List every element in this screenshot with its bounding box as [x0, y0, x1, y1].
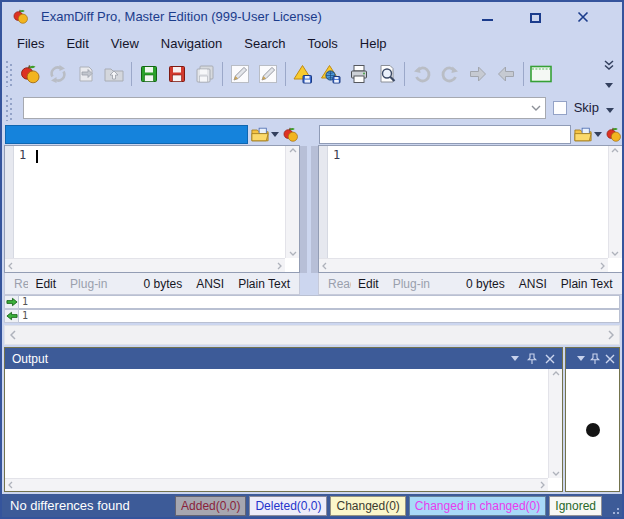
overview-panel-content	[566, 369, 619, 491]
combobox-dropdown-icon[interactable]	[527, 105, 545, 111]
swap-icon	[75, 63, 97, 85]
left-editor-hscrollbar[interactable]	[5, 258, 285, 272]
save-first-button[interactable]	[135, 60, 163, 88]
right-editor-gutter	[319, 146, 328, 258]
menu-files[interactable]: Files	[6, 32, 55, 55]
status-bar: No differences found Added(0,0) Deleted(…	[2, 494, 622, 517]
encoding: ANSI	[189, 277, 231, 291]
minimize-button[interactable]	[480, 9, 494, 23]
skip-checkbox[interactable]	[553, 101, 567, 115]
menu-search[interactable]: Search	[233, 32, 296, 55]
left-editor[interactable]: 1	[4, 145, 300, 273]
right-pane: 1 Read Edit Plug-in 0 bytes ANSI Plain	[318, 123, 623, 295]
left-browse-button[interactable]	[251, 127, 279, 142]
browser-view-button[interactable]	[527, 60, 555, 88]
compare-combobox[interactable]	[23, 97, 546, 119]
right-diff-map-bar[interactable]	[311, 146, 318, 273]
swap-panes-button[interactable]	[72, 60, 100, 88]
maximize-button[interactable]	[528, 9, 542, 23]
menu-edit[interactable]: Edit	[55, 32, 99, 55]
save-diff-icon	[292, 63, 314, 85]
menu-help[interactable]: Help	[349, 32, 398, 55]
overview-panel-header[interactable]	[566, 348, 619, 369]
scroll-right-icon	[608, 330, 614, 340]
print-button[interactable]	[345, 60, 373, 88]
close-button[interactable]	[576, 9, 590, 23]
arrow-left-icon	[495, 63, 517, 85]
close-icon[interactable]	[545, 354, 555, 364]
scroll-left-icon	[322, 262, 327, 270]
next-difference-button[interactable]	[464, 60, 492, 88]
folder-icon	[574, 127, 592, 142]
panel-menu-icon[interactable]	[511, 356, 519, 361]
save-diff-web-icon	[320, 63, 342, 85]
left-pane-header	[4, 123, 300, 145]
pane-splitter[interactable]	[300, 123, 318, 295]
pin-icon[interactable]	[590, 353, 600, 365]
double-chevron-down-icon	[604, 60, 614, 71]
redo-button[interactable]	[436, 60, 464, 88]
toolbar-separator	[285, 62, 286, 86]
copy-to-left-button[interactable]	[4, 309, 19, 323]
menu-tools[interactable]: Tools	[296, 32, 348, 55]
copy-to-right-button[interactable]	[4, 295, 19, 309]
left-diff-map-bar[interactable]	[300, 146, 307, 273]
refresh-button[interactable]	[44, 60, 72, 88]
browse-dropdown-icon	[271, 132, 279, 137]
left-path-field[interactable]	[5, 125, 248, 144]
scroll-up-icon	[552, 371, 560, 376]
compare-bar-grip[interactable]	[6, 95, 12, 121]
overview-panel	[565, 347, 620, 492]
syntax: Plain Text	[231, 277, 297, 291]
left-compare-button[interactable]	[282, 126, 299, 143]
undo-button[interactable]	[408, 60, 436, 88]
scroll-right-icon	[600, 262, 605, 270]
right-editor-vscrollbar[interactable]	[608, 146, 622, 258]
merge-bar-hscrollbar[interactable]	[4, 325, 620, 345]
compare-button[interactable]	[16, 60, 44, 88]
right-editor[interactable]: 1	[318, 145, 623, 273]
encoding: ANSI	[512, 277, 554, 291]
overview-position-dot	[586, 423, 600, 437]
compare-panes: 1 Read Edit Plug-in 0 bytes ANSI	[2, 123, 622, 295]
menu-navigation[interactable]: Navigation	[150, 32, 233, 55]
menu-bar: Files Edit View Navigation Search Tools …	[2, 30, 622, 56]
scroll-left-icon	[8, 262, 13, 270]
badge-deleted: Deleted(0,0)	[249, 496, 327, 516]
edit-first-button[interactable]	[226, 60, 254, 88]
output-vscrollbar[interactable]	[548, 369, 562, 478]
right-browse-button[interactable]	[574, 127, 602, 142]
menu-view[interactable]: View	[100, 32, 150, 55]
status-message: No differences found	[10, 498, 130, 513]
skip-options-icon[interactable]	[606, 108, 614, 113]
right-compare-button[interactable]	[605, 126, 622, 143]
title-bar: ExamDiff Pro, Master Edition (999-User L…	[2, 2, 622, 30]
pencil-icon	[257, 63, 279, 85]
toolbar-overflow-button[interactable]	[604, 58, 620, 90]
save-second-button[interactable]	[163, 60, 191, 88]
save-all-button[interactable]	[191, 60, 219, 88]
output-hscrollbar[interactable]	[5, 478, 548, 491]
open-files-button[interactable]	[100, 60, 128, 88]
left-editor-vscrollbar[interactable]	[285, 146, 299, 258]
right-path-field[interactable]	[319, 125, 571, 144]
right-editor-hscrollbar[interactable]	[319, 258, 608, 272]
close-icon[interactable]	[605, 354, 615, 364]
edit-second-button[interactable]	[254, 60, 282, 88]
save-differences-button[interactable]	[289, 60, 317, 88]
left-pane-statusbar: Read Edit Plug-in 0 bytes ANSI Plain Tex…	[4, 273, 300, 295]
dock-area: Output	[2, 345, 622, 494]
syntax: Plain Text	[554, 277, 620, 291]
resize-grip[interactable]	[606, 494, 622, 517]
pin-icon[interactable]	[527, 353, 537, 365]
panel-menu-icon[interactable]	[577, 356, 585, 361]
previous-difference-button[interactable]	[492, 60, 520, 88]
undo-icon	[411, 63, 433, 85]
merge-right-line-text: 1	[19, 309, 620, 323]
right-pane-statusbar: Read Edit Plug-in 0 bytes ANSI Plain Tex…	[318, 273, 623, 295]
save-differences-web-button[interactable]	[317, 60, 345, 88]
output-panel-header[interactable]: Output	[5, 348, 562, 369]
print-preview-button[interactable]	[373, 60, 401, 88]
badge-ignored: Ignored	[549, 496, 602, 516]
toolbar-grip[interactable]	[6, 61, 12, 87]
